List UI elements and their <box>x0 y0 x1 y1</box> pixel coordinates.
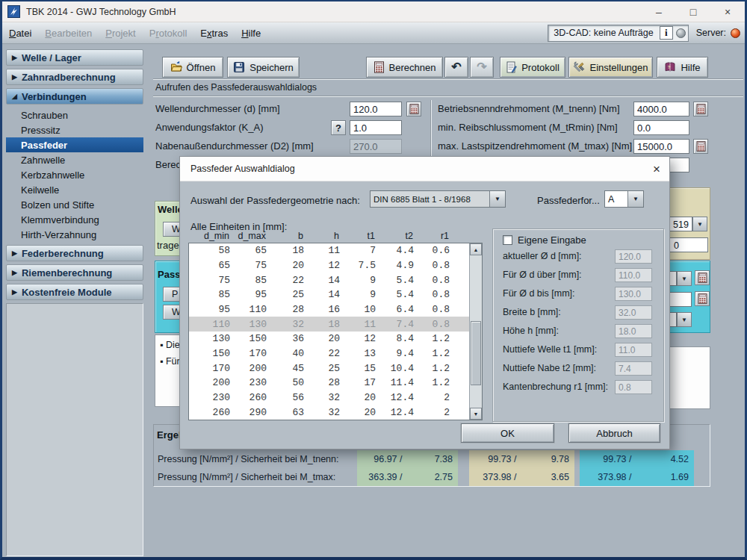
cyan-combo-arrow-1[interactable]: ▼ <box>677 271 692 286</box>
table-row[interactable]: 26029063322012.42 <box>189 405 469 420</box>
table-row[interactable]: 657520127.54.90.8 <box>189 258 469 273</box>
geometry-combo-arrow-icon[interactable]: ▼ <box>489 191 505 207</box>
table-row[interactable]: 17020045251510.41.2 <box>189 361 469 376</box>
help-button[interactable]: ? Hilfe <box>657 57 708 78</box>
geometry-table[interactable]: 5865181174.40.6657520127.54.90.875852214… <box>188 243 483 420</box>
dialog-field-label: Kantenbrechung r1 [mm]: <box>503 382 608 392</box>
form-label: Anwendungsfaktor (K_A) <box>155 122 264 133</box>
ok-button[interactable]: OK <box>461 423 554 443</box>
table-column-t2: t2 <box>375 231 413 241</box>
settings-label: Einstellungen <box>589 62 648 73</box>
sidebar-item-zahnwelle[interactable]: Zahnwelle <box>6 152 143 167</box>
save-floppy-icon <box>233 61 245 73</box>
sidebar-section-federberechnung[interactable]: ▶Federberechnung <box>6 245 143 261</box>
scrollbar-thumb[interactable] <box>471 321 481 385</box>
cad-status-text: 3D-CAD: keine Aufträge <box>554 28 653 38</box>
table-scrollbar[interactable]: ▲ ▼ <box>469 243 482 420</box>
cyan-combo-arrow-2[interactable]: ▼ <box>677 312 692 327</box>
settings-tools-icon <box>573 61 585 73</box>
form-input[interactable]: 4000.0 <box>633 102 689 116</box>
calc-field-button[interactable] <box>693 139 708 154</box>
sidebar-section-welle-lager[interactable]: ▶Welle / Lager <box>6 49 143 66</box>
form-input[interactable]: 0.0 <box>633 120 689 135</box>
beige-combo-arrow-icon[interactable]: ▼ <box>692 217 707 231</box>
dialog-field-input[interactable]: 0.8 <box>615 380 652 394</box>
cyan-calc-button-2[interactable] <box>695 291 710 306</box>
collapsed-triangle-icon: ▶ <box>12 73 17 81</box>
sidebar-item-keilwelle[interactable]: Keilwelle <box>6 182 143 197</box>
passfederform-combo-arrow-icon[interactable]: ▼ <box>627 191 643 207</box>
sidebar-item-schrauben[interactable]: Schrauben <box>6 108 143 122</box>
sidebar-item-kerbzahnwelle[interactable]: Kerbzahnwelle <box>6 167 143 182</box>
calc-field-button[interactable] <box>693 102 708 116</box>
result-cell: 363.39 /2.75 <box>357 468 458 486</box>
dialog-field-input[interactable]: 18.0 <box>615 324 652 338</box>
form-input[interactable]: 270.0 <box>350 139 402 154</box>
passfederform-combo[interactable]: A ▼ <box>604 190 644 208</box>
own-input-groupbox: Eigene Eingabe aktueller Ø d [mm]:120.0F… <box>492 228 664 422</box>
maximize-button[interactable]: □ <box>676 1 710 22</box>
dialog-field-input[interactable]: 110.0 <box>615 268 652 282</box>
redo-button[interactable]: ↷ <box>470 57 494 78</box>
dialog-field-input[interactable]: 32.0 <box>615 305 652 320</box>
menu-item-projekt: Projekt <box>99 25 142 41</box>
sidebar-section-kostenfreie-module[interactable]: ▶Kostenfreie Module <box>6 284 143 300</box>
minimize-button[interactable]: – <box>642 1 676 22</box>
sidebar-section-zahnradberechnung[interactable]: ▶Zahnradberechnung <box>6 69 143 85</box>
table-row[interactable]: 1301503620128.41.2 <box>189 332 469 346</box>
form-input[interactable]: 120.0 <box>350 102 402 116</box>
menu-item-datei[interactable]: Datei <box>2 25 38 41</box>
table-row[interactable]: 23026056322012.42 <box>189 391 469 405</box>
app-window: TBK 2014 - GWJ Technology GmbH – □ × Dat… <box>0 0 747 560</box>
dialog-close-icon[interactable]: × <box>653 163 660 175</box>
own-input-checkbox[interactable] <box>503 235 512 245</box>
sidebar-item-klemmverbindung[interactable]: Klemmverbindung <box>6 212 143 227</box>
form-input[interactable]: 15000.0 <box>633 139 689 154</box>
sidebar-section-verbindungen[interactable]: ◢Verbindungen <box>6 88 143 105</box>
sidebar-item-bolzen-und-stifte[interactable]: Bolzen und Stifte <box>6 197 143 212</box>
sidebar-item-presssitz[interactable]: Presssitz <box>6 122 143 137</box>
open-button[interactable]: Öffnen <box>162 57 223 78</box>
table-row[interactable]: 1501704022139.41.2 <box>189 346 469 361</box>
redo-icon: ↷ <box>477 61 486 73</box>
menu-item-hilfe[interactable]: Hilfe <box>235 25 267 41</box>
dialog-field-label: Nuttiefe Nabe t2 [mm]: <box>503 363 596 373</box>
form-input[interactable]: 1.0 <box>350 120 402 135</box>
dialog-field-input[interactable]: 11.0 <box>615 343 652 357</box>
close-button[interactable]: × <box>710 1 745 22</box>
dialog-titlebar[interactable]: Passfeder Auswahldialog × <box>180 157 669 181</box>
table-column-h: h <box>303 231 339 241</box>
calculate-button[interactable]: Berechnen <box>366 57 443 78</box>
geometry-combo[interactable]: DIN 6885 Blatt 1 - 8/1968 ▼ <box>370 190 506 208</box>
dialog-field-input[interactable]: 130.0 <box>615 287 652 301</box>
sidebar-item-hirth-verzahnung[interactable]: Hirth-Verzahnung <box>6 227 143 242</box>
save-button[interactable]: Speichern <box>227 57 300 78</box>
dialog-field-input[interactable]: 7.4 <box>615 361 652 376</box>
table-column-d_max: d_max <box>229 231 266 241</box>
table-row[interactable]: 1101303218117.40.8 <box>189 317 469 332</box>
server-led <box>731 28 740 38</box>
table-row[interactable]: 951102816106.40.8 <box>189 302 469 317</box>
table-row[interactable]: 8595251495.40.8 <box>189 287 469 302</box>
app-icon <box>7 5 20 18</box>
scroll-up-icon[interactable]: ▲ <box>470 243 482 255</box>
table-row[interactable]: 7585221495.40.8 <box>189 273 469 287</box>
cancel-button[interactable]: Abbruch <box>568 423 660 443</box>
sidebar-section-riemenberechnung[interactable]: ▶Riemenberechnung <box>6 264 143 281</box>
table-header: d_mind_maxbht1t2r1 <box>188 231 470 241</box>
table-row[interactable]: 20023050281711.41.2 <box>189 376 469 391</box>
cyan-calc-button-1[interactable] <box>695 270 710 285</box>
dialog-field-label: Breite b [mm]: <box>503 307 561 317</box>
calc-field-button[interactable] <box>406 102 421 116</box>
table-row[interactable]: 5865181174.40.6 <box>189 243 469 258</box>
scroll-down-icon[interactable]: ▼ <box>470 408 482 420</box>
undo-button[interactable]: ↶ <box>444 57 468 78</box>
ka-help-button[interactable]: ? <box>331 120 346 135</box>
menu-item-extras[interactable]: Extras <box>193 25 235 41</box>
note-bullet-2: ▪ Für <box>160 356 180 367</box>
protocol-button[interactable]: Protokoll <box>500 57 565 78</box>
settings-button[interactable]: Einstellungen <box>568 57 653 78</box>
info-button[interactable]: i <box>660 26 673 40</box>
dialog-field-input[interactable]: 120.0 <box>615 249 652 264</box>
sidebar-item-passfeder[interactable]: Passfeder <box>6 137 143 152</box>
